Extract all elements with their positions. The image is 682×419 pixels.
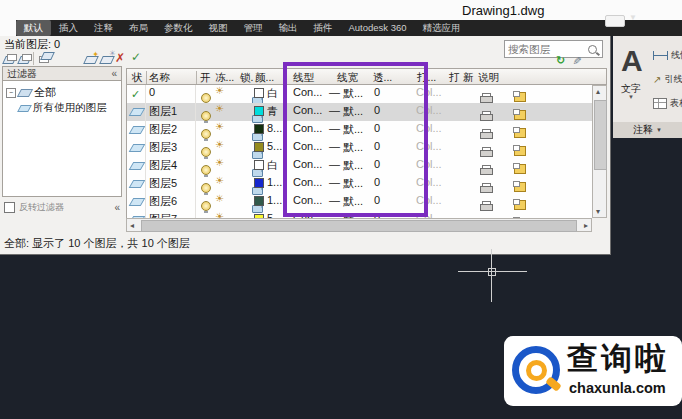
new-vp-freeze-icon[interactable] xyxy=(514,164,526,174)
ribbon-tab[interactable]: 默认 xyxy=(16,20,51,36)
printer-icon[interactable] xyxy=(480,93,492,102)
layer-name[interactable]: 图层4 xyxy=(149,158,177,173)
printer-icon[interactable] xyxy=(480,165,492,174)
layer-status-cell: ✓ xyxy=(131,178,143,190)
layer-on-bulb-icon[interactable] xyxy=(201,147,211,157)
new-group-filter-button[interactable] xyxy=(18,52,32,65)
layer-color-swatch[interactable] xyxy=(254,124,264,134)
table-button[interactable]: 表格 xyxy=(653,92,682,114)
text-tool-icon[interactable]: A xyxy=(621,46,643,76)
layer-name[interactable]: 图层2 xyxy=(149,122,177,137)
layer-on-bulb-icon[interactable] xyxy=(201,183,211,193)
layer-on-bulb-icon[interactable] xyxy=(201,201,211,211)
layer-freeze-sun-icon[interactable]: ☀ xyxy=(215,157,224,168)
column-header[interactable]: 说明 xyxy=(478,71,499,85)
leader-button[interactable]: ↗ 引线 xyxy=(653,68,682,90)
refresh-icon[interactable]: ↻ xyxy=(556,54,565,67)
new-vp-freeze-icon[interactable] xyxy=(514,200,526,210)
layer-on-bulb-icon[interactable] xyxy=(201,111,211,121)
new-vp-freeze-icon[interactable] xyxy=(514,128,526,138)
ribbon-minimize-caret-icon[interactable]: ▼ xyxy=(629,13,637,22)
layer-on-bulb-icon[interactable] xyxy=(201,93,211,103)
layer-color-swatch[interactable] xyxy=(254,160,264,170)
scroll-down-icon[interactable]: ▾ xyxy=(596,207,600,216)
new-vp-frozen-layer-button[interactable]: ☀ xyxy=(100,52,114,65)
layer-name[interactable]: 图层1 xyxy=(149,104,177,119)
scroll-right-icon[interactable]: ▸ xyxy=(584,221,588,230)
column-header[interactable]: 颜... xyxy=(255,71,274,85)
table-label: 表格 xyxy=(670,97,682,110)
column-header[interactable]: 开 xyxy=(200,71,211,85)
layer-on-bulb-icon[interactable] xyxy=(201,165,211,175)
layer-name[interactable]: 0 xyxy=(149,86,155,98)
annotation-panel-footer[interactable]: 注释 ▼ xyxy=(613,122,682,138)
new-vp-freeze-icon[interactable] xyxy=(514,146,526,156)
printer-icon[interactable] xyxy=(480,129,492,138)
scroll-up-icon[interactable]: ▴ xyxy=(596,87,600,96)
collapse-filter-icon[interactable]: « xyxy=(111,69,117,79)
new-vp-freeze-icon[interactable] xyxy=(514,110,526,120)
invert-filter-checkbox[interactable] xyxy=(4,202,15,213)
ribbon-tab[interactable]: 输出 xyxy=(271,20,306,36)
layer-on-bulb-icon[interactable] xyxy=(201,129,211,139)
set-current-button[interactable]: ✓ xyxy=(131,50,141,64)
ribbon-tab[interactable]: 视图 xyxy=(201,20,236,36)
ribbon-tab[interactable]: 注释 xyxy=(86,20,121,36)
delete-layer-button[interactable]: ✗ xyxy=(115,51,125,65)
ribbon-minimize-button[interactable] xyxy=(605,15,625,27)
column-header[interactable]: 名称 xyxy=(149,71,170,85)
text-tool-caret-icon[interactable]: ▼ xyxy=(628,94,634,100)
collapse-invert-icon[interactable]: « xyxy=(114,203,120,213)
ribbon-tab[interactable]: 参数化 xyxy=(156,20,201,36)
new-layer-button[interactable]: ✦ xyxy=(84,52,98,65)
layer-freeze-sun-icon[interactable]: ☀ xyxy=(215,85,224,96)
vertical-scrollbar[interactable]: ▴ ▾ xyxy=(592,85,607,218)
layer-color-swatch[interactable] xyxy=(254,142,264,152)
layer-color-swatch[interactable] xyxy=(254,106,264,116)
layer-search-box[interactable] xyxy=(504,40,603,58)
layer-states-manager-button[interactable] xyxy=(38,52,52,65)
ribbon-tab[interactable]: 插入 xyxy=(51,20,86,36)
linear-dimension-button[interactable]: 线性 xyxy=(653,44,682,66)
ribbon-tab[interactable]: 精选应用 xyxy=(415,20,469,36)
layer-freeze-sun-icon[interactable]: ☀ xyxy=(215,175,224,186)
printer-icon[interactable] xyxy=(480,111,492,120)
layer-freeze-sun-icon[interactable]: ☀ xyxy=(215,193,224,204)
header-separator xyxy=(196,71,197,84)
vertical-scroll-thumb[interactable] xyxy=(594,100,607,170)
ribbon-tab[interactable]: 布局 xyxy=(121,20,156,36)
layer-color-swatch[interactable] xyxy=(254,196,264,206)
new-property-filter-button[interactable] xyxy=(3,52,17,65)
ribbon-tab[interactable]: Autodesk 360 xyxy=(341,20,415,36)
column-header[interactable]: 打 xyxy=(449,71,460,85)
layer-color-swatch[interactable] xyxy=(254,178,264,188)
filter-tree-item-all[interactable]: − 全部 xyxy=(6,85,56,100)
column-header[interactable]: 新 xyxy=(463,71,474,85)
horizontal-scroll-thumb[interactable] xyxy=(141,220,577,232)
horizontal-scrollbar[interactable]: ◂ ▸ xyxy=(126,218,592,232)
settings-icon[interactable]: ✎ xyxy=(570,56,583,65)
printer-icon[interactable] xyxy=(480,201,492,210)
filter-tree-item-used[interactable]: 所有使用的图层 xyxy=(19,101,107,115)
layer-search-input[interactable] xyxy=(505,43,588,55)
column-header[interactable]: 状 xyxy=(132,71,143,85)
column-header[interactable]: 冻... xyxy=(215,71,234,85)
new-vp-freeze-icon[interactable] xyxy=(514,92,526,102)
printer-icon[interactable] xyxy=(480,147,492,156)
layer-name[interactable]: 图层3 xyxy=(149,140,177,155)
ribbon-tab[interactable]: 管理 xyxy=(236,20,271,36)
layer-name[interactable]: 图层6 xyxy=(149,194,177,209)
new-vp-freeze-icon[interactable] xyxy=(514,182,526,192)
scroll-left-icon[interactable]: ◂ xyxy=(130,221,134,230)
tree-expand-icon[interactable]: − xyxy=(6,88,16,98)
layer-freeze-sun-icon[interactable]: ☀ xyxy=(215,121,224,132)
column-header[interactable]: 锁. xyxy=(240,71,253,85)
linear-dimension-icon xyxy=(653,51,668,60)
layer-name[interactable]: 图层5 xyxy=(149,176,177,191)
layer-freeze-sun-icon[interactable]: ☀ xyxy=(215,103,224,114)
layer-color-swatch[interactable] xyxy=(254,88,264,98)
invert-filter-row: 反转过滤器 « xyxy=(2,199,122,216)
layer-freeze-sun-icon[interactable]: ☀ xyxy=(215,139,224,150)
ribbon-tab[interactable]: 插件 xyxy=(306,20,341,36)
printer-icon[interactable] xyxy=(480,183,492,192)
